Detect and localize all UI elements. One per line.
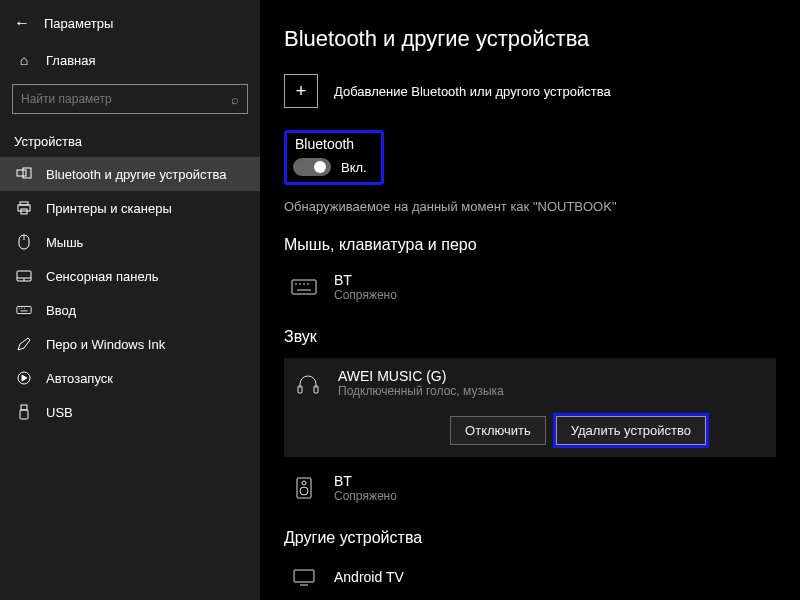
category-title: Устройства [0, 128, 260, 157]
svg-rect-16 [21, 405, 27, 410]
disconnect-button[interactable]: Отключить [450, 416, 546, 445]
sidebar-item-label: Сенсорная панель [46, 269, 159, 284]
search-input[interactable] [21, 92, 231, 106]
touchpad-icon [16, 268, 32, 284]
add-device-label: Добавление Bluetooth или другого устройс… [334, 84, 611, 99]
home-icon: ⌂ [16, 52, 32, 68]
remove-device-button[interactable]: Удалить устройство [556, 416, 706, 445]
svg-rect-3 [18, 205, 30, 211]
usb-icon [16, 404, 32, 420]
sidebar-item-label: Bluetooth и другие устройства [46, 167, 226, 182]
svg-rect-0 [17, 170, 26, 176]
device-android-tv[interactable]: Android TV [284, 559, 776, 595]
device-bt-keyboard[interactable]: BT Сопряжено [284, 266, 776, 308]
home-label: Главная [46, 53, 95, 68]
keyboard-icon [288, 275, 320, 299]
device-name: BT [334, 473, 397, 489]
keyboard-icon [16, 302, 32, 318]
device-name: BT [334, 272, 397, 288]
sidebar-item-bluetooth[interactable]: Bluetooth и другие устройства [0, 157, 260, 191]
device-status: Сопряжено [334, 489, 397, 503]
speaker-icon [288, 476, 320, 500]
app-title: Параметры [44, 16, 113, 31]
mouse-icon [16, 234, 32, 250]
device-name: AWEI MUSIC (G) [338, 368, 504, 384]
autoplay-icon [16, 370, 32, 386]
sidebar-item-typing[interactable]: Ввод [0, 293, 260, 327]
page-title: Bluetooth и другие устройства [284, 26, 776, 52]
pen-icon [16, 336, 32, 352]
bluetooth-toggle-block: Bluetooth Вкл. [284, 130, 384, 185]
devices-icon [16, 166, 32, 182]
search-icon: ⌕ [231, 92, 239, 107]
search-box[interactable]: ⌕ [12, 84, 248, 114]
sidebar-item-label: Принтеры и сканеры [46, 201, 172, 216]
home-link[interactable]: ⌂ Главная [0, 42, 260, 78]
section-mouse-keyboard: Мышь, клавиатура и перо [284, 236, 776, 254]
device-status: Подключенный голос, музыка [338, 384, 504, 398]
device-awei[interactable]: AWEI MUSIC (G) Подключенный голос, музык… [284, 358, 776, 408]
sidebar-item-usb[interactable]: USB [0, 395, 260, 429]
bluetooth-state: Вкл. [341, 160, 367, 175]
svg-point-28 [300, 487, 308, 495]
sidebar-item-label: USB [46, 405, 73, 420]
plus-icon: + [284, 74, 318, 108]
tv-icon [288, 565, 320, 589]
svg-rect-18 [292, 280, 316, 294]
bluetooth-toggle[interactable] [293, 158, 331, 176]
svg-point-27 [302, 481, 306, 485]
sidebar-item-printers[interactable]: Принтеры и сканеры [0, 191, 260, 225]
device-status: Сопряжено [334, 288, 397, 302]
sidebar-item-pen[interactable]: Перо и Windows Ink [0, 327, 260, 361]
svg-rect-29 [294, 570, 314, 582]
sidebar-item-label: Перо и Windows Ink [46, 337, 165, 352]
printer-icon [16, 200, 32, 216]
add-device-button[interactable]: + Добавление Bluetooth или другого устро… [284, 74, 776, 108]
back-icon[interactable]: ← [14, 14, 30, 32]
svg-rect-17 [20, 410, 28, 419]
headphones-icon [292, 371, 324, 395]
svg-rect-10 [17, 306, 31, 313]
bluetooth-label: Bluetooth [293, 136, 367, 152]
discoverable-text: Обнаруживаемое на данный момент как "NOU… [284, 199, 776, 214]
device-name: Android TV [334, 569, 404, 585]
sidebar-item-label: Ввод [46, 303, 76, 318]
sidebar-item-label: Автозапуск [46, 371, 113, 386]
section-other: Другие устройства [284, 529, 776, 547]
section-sound: Звук [284, 328, 776, 346]
sidebar-item-touchpad[interactable]: Сенсорная панель [0, 259, 260, 293]
sidebar-item-label: Мышь [46, 235, 83, 250]
sidebar-item-mouse[interactable]: Мышь [0, 225, 260, 259]
device-bt-speaker[interactable]: BT Сопряжено [284, 467, 776, 509]
sidebar-item-autoplay[interactable]: Автозапуск [0, 361, 260, 395]
